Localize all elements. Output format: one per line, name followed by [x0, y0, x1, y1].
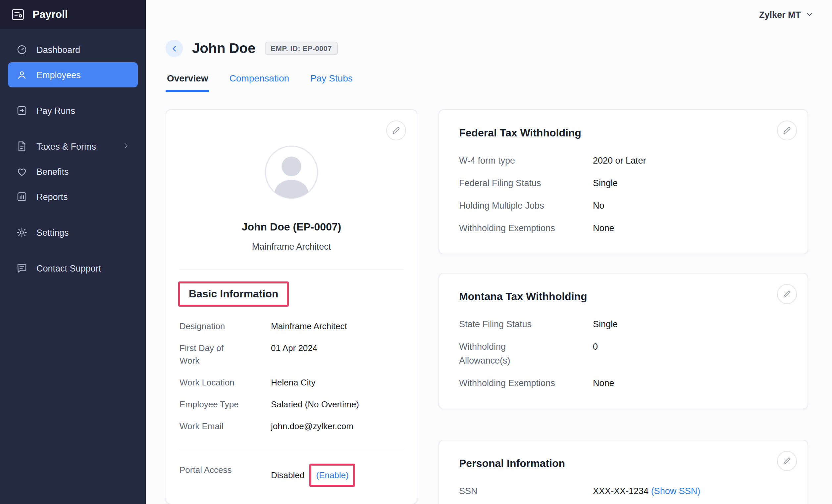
- field-row-designation: Designation Mainframe Architect: [180, 320, 404, 333]
- app-title: Payroll: [32, 9, 68, 21]
- sidebar-item-label: Settings: [36, 228, 69, 237]
- state-tax-fields: State Filing Status Single Withholding A…: [459, 317, 788, 390]
- sidebar-item-taxes-forms[interactable]: Taxes & Forms: [8, 134, 138, 159]
- field-value: 0: [593, 340, 788, 354]
- taxes-forms-icon: [16, 140, 28, 152]
- settings-icon: [16, 227, 28, 238]
- field-row-multiple-jobs: Holding Multiple Jobs No: [459, 199, 788, 213]
- sidebar-item-benefits[interactable]: Benefits: [8, 159, 138, 184]
- field-label: Portal Access: [180, 463, 258, 476]
- field-label: Work Email: [180, 420, 258, 432]
- page-title: John Doe: [192, 41, 255, 56]
- field-row-employee-type: Employee Type Salaried (No Overtime): [180, 398, 404, 410]
- field-value: Single: [593, 317, 788, 331]
- basic-information-fields: Designation Mainframe Architect First Da…: [180, 320, 404, 432]
- divider: [180, 269, 404, 269]
- sidebar-item-label: Employees: [36, 70, 81, 80]
- portal-access-row: Portal Access Disabled (Enable): [180, 463, 404, 487]
- divider: [180, 450, 404, 450]
- field-row-w4-type: W-4 form type 2020 or Later: [459, 154, 788, 167]
- card-title: Montana Tax Withholding: [459, 291, 788, 303]
- payroll-logo-icon: [10, 7, 25, 22]
- field-label: Federal Filing Status: [459, 176, 577, 190]
- pencil-icon: [782, 126, 791, 135]
- ssn-value: XXX-XX-1234 (Show SSN): [593, 484, 788, 498]
- enable-portal-link[interactable]: (Enable): [316, 470, 348, 480]
- field-value: No: [593, 199, 788, 213]
- sidebar-item-contact-support[interactable]: Contact Support: [8, 256, 138, 281]
- field-value: Helena City: [271, 376, 404, 389]
- show-ssn-link[interactable]: (Show SSN): [651, 486, 701, 496]
- sidebar-nav: Dashboard Employees Pay Runs Taxes & For…: [0, 29, 146, 289]
- field-value: 01 Apr 2024: [271, 342, 404, 354]
- org-selector[interactable]: Zylker MT: [759, 9, 813, 20]
- field-value: Single: [593, 176, 788, 190]
- sidebar-item-dashboard[interactable]: Dashboard: [8, 37, 138, 62]
- sidebar-item-employees[interactable]: Employees: [8, 62, 138, 87]
- chevron-left-icon: [170, 44, 179, 53]
- employee-profile-card: John Doe (EP-0007) Mainframe Architect B…: [165, 109, 417, 504]
- field-value: 2020 or Later: [593, 154, 788, 167]
- employees-icon: [16, 69, 28, 81]
- ssn-masked: XXX-XX-1234: [593, 486, 649, 496]
- sidebar-item-pay-runs[interactable]: Pay Runs: [8, 98, 138, 123]
- edit-profile-button[interactable]: [386, 121, 406, 140]
- field-value: Salaried (No Overtime): [271, 398, 404, 410]
- main-area: Zylker MT John Doe EMP. ID: EP-0007 Over…: [146, 0, 832, 504]
- org-name: Zylker MT: [759, 9, 801, 20]
- field-row-first-day: First Day of Work 01 Apr 2024: [180, 342, 404, 367]
- pencil-icon: [782, 289, 791, 299]
- field-row-federal-filing-status: Federal Filing Status Single: [459, 176, 788, 190]
- field-label: W-4 form type: [459, 154, 577, 167]
- avatar: [264, 144, 319, 200]
- field-value: john.doe@zylker.com: [271, 420, 404, 432]
- field-row-state-filing-status: State Filing Status Single: [459, 317, 788, 331]
- personal-information-card: Personal Information SSN XXX-XX-1234 (Sh…: [439, 440, 808, 504]
- sidebar-item-settings[interactable]: Settings: [8, 220, 138, 245]
- pencil-icon: [782, 456, 791, 466]
- field-row-state-exemptions: Withholding Exemptions None: [459, 376, 788, 390]
- sidebar-item-label: Pay Runs: [36, 106, 75, 115]
- tab-compensation[interactable]: Compensation: [228, 69, 291, 92]
- contact-support-icon: [16, 262, 28, 274]
- field-value: Mainframe Architect: [271, 320, 404, 333]
- reports-icon: [16, 191, 28, 203]
- portal-access-value: Disabled (Enable): [271, 463, 404, 487]
- personal-info-fields: SSN XXX-XX-1234 (Show SSN): [459, 484, 788, 498]
- edit-federal-tax-button[interactable]: [777, 121, 797, 140]
- sidebar-item-label: Taxes & Forms: [36, 141, 96, 151]
- edit-personal-info-button[interactable]: [777, 451, 797, 471]
- field-row-work-email: Work Email john.doe@zylker.com: [180, 420, 404, 432]
- field-label: First Day of Work: [180, 342, 258, 367]
- back-button[interactable]: [165, 40, 183, 57]
- federal-tax-card: Federal Tax Withholding W-4 form type 20…: [439, 109, 808, 254]
- tab-pay-stubs[interactable]: Pay Stubs: [309, 69, 354, 92]
- tab-overview[interactable]: Overview: [165, 69, 210, 92]
- section-title: Basic Information: [189, 288, 278, 300]
- benefits-icon: [16, 165, 28, 178]
- employee-name: John Doe (EP-0007): [180, 221, 404, 233]
- employee-id-badge: EMP. ID: EP-0007: [265, 42, 338, 55]
- field-label: Employee Type: [180, 398, 258, 410]
- right-column: Federal Tax Withholding W-4 form type 20…: [439, 109, 808, 504]
- sidebar: Payroll Dashboard Employees Pay Runs: [0, 0, 146, 504]
- edit-state-tax-button[interactable]: [777, 284, 797, 304]
- app-logo: Payroll: [0, 0, 146, 29]
- field-row-work-location: Work Location Helena City: [180, 376, 404, 389]
- card-title: Federal Tax Withholding: [459, 127, 788, 139]
- enable-link-annotation: (Enable): [309, 463, 355, 487]
- pencil-icon: [391, 126, 401, 135]
- sidebar-item-reports[interactable]: Reports: [8, 184, 138, 209]
- federal-tax-fields: W-4 form type 2020 or Later Federal Fili…: [459, 154, 788, 235]
- field-value: None: [593, 221, 788, 235]
- app-window: Payroll Dashboard Employees Pay Runs: [0, 0, 832, 504]
- chevron-right-icon: [122, 141, 130, 151]
- tab-bar: Overview Compensation Pay Stubs: [165, 69, 808, 92]
- basic-information-annotation: Basic Information: [178, 282, 289, 307]
- state-tax-card: Montana Tax Withholding State Filing Sta…: [439, 273, 808, 409]
- field-label: Withholding Allowance(s): [459, 340, 577, 368]
- field-label: Work Location: [180, 376, 258, 389]
- field-row-withholding-allowances: Withholding Allowance(s) 0: [459, 340, 788, 368]
- sidebar-item-label: Benefits: [36, 166, 69, 177]
- sidebar-item-label: Contact Support: [36, 263, 101, 273]
